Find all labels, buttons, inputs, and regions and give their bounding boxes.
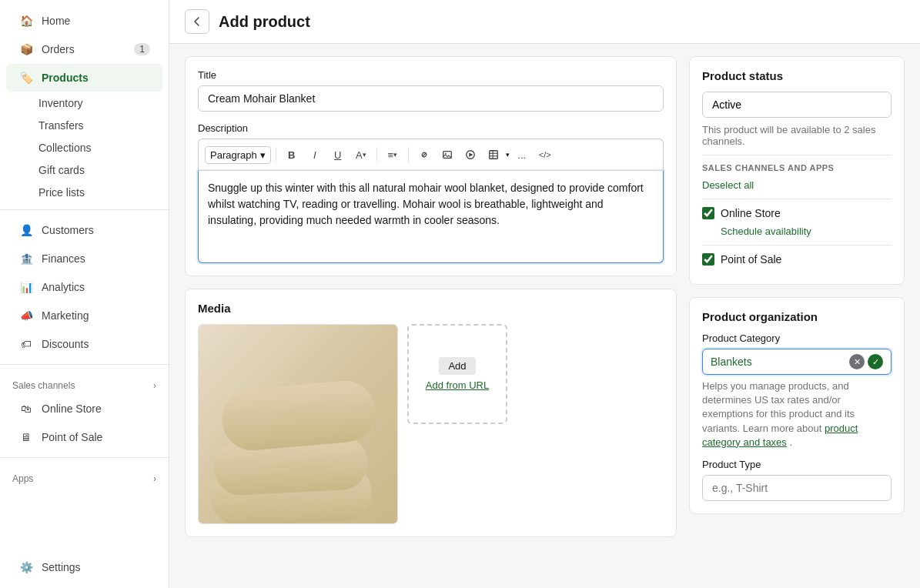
toolbar-separator-3	[408, 147, 409, 162]
back-button[interactable]	[185, 9, 209, 34]
page-title: Add product	[219, 13, 310, 31]
title-input[interactable]	[198, 85, 664, 112]
more-button[interactable]: ...	[511, 144, 533, 165]
settings-icon: ⚙️	[18, 560, 34, 575]
sidebar-item-discounts[interactable]: 🏷 Discounts	[6, 330, 162, 358]
sidebar-analytics-label: Analytics	[42, 281, 85, 293]
table-icon	[488, 149, 499, 160]
video-icon	[465, 149, 476, 160]
apps-label: Apps	[12, 473, 33, 484]
sidebar-inventory-label: Inventory	[38, 97, 83, 109]
orders-badge: 1	[134, 43, 150, 55]
sidebar-customers-label: Customers	[42, 224, 94, 236]
deselect-all-link[interactable]: Deselect all	[702, 179, 754, 191]
paragraph-dropdown-icon: ▾	[260, 149, 266, 161]
sidebar-item-online-store[interactable]: 🛍 Online Store	[6, 395, 162, 423]
image-icon	[442, 149, 453, 160]
sidebar-marketing-label: Marketing	[42, 309, 89, 322]
apps-expand-icon[interactable]: ›	[153, 473, 156, 484]
marketing-icon: 📣	[18, 308, 34, 323]
image-button[interactable]	[437, 144, 458, 165]
bold-button[interactable]: B	[281, 144, 303, 165]
sidebar-item-orders[interactable]: 📦 Orders 1	[6, 35, 162, 63]
sidebar-item-point-of-sale[interactable]: 🖥 Point of Sale	[6, 423, 162, 451]
analytics-icon: 📊	[18, 279, 34, 295]
sidebar-collections-label: Collections	[38, 142, 91, 154]
media-card: Media Add Add from URL	[185, 289, 677, 537]
status-select[interactable]: Active Draft	[702, 92, 892, 118]
add-from-url-button[interactable]: Add from URL	[426, 379, 489, 391]
apps-section: Apps ›	[0, 464, 169, 487]
status-select-wrapper: Active Draft	[702, 92, 892, 118]
toolbar-separator-1	[276, 147, 276, 162]
online-store-checkbox[interactable]	[702, 207, 714, 219]
sales-channels-section: Sales channels ›	[0, 371, 169, 394]
sidebar-item-marketing[interactable]: 📣 Marketing	[6, 302, 162, 329]
customers-icon: 👤	[18, 222, 34, 238]
align-button[interactable]: ≡▾	[382, 144, 403, 165]
text-color-button[interactable]: A▾	[350, 144, 372, 165]
video-button[interactable]	[460, 144, 481, 165]
sidebar-discounts-label: Discounts	[42, 338, 89, 350]
sidebar-item-settings[interactable]: ⚙️ Settings	[6, 553, 162, 581]
status-divider	[702, 155, 892, 155]
editor-toolbar: Paragraph ▾ B I U A▾ ≡▾	[198, 139, 664, 171]
description-editor[interactable]: Snuggle up this winter with this all nat…	[198, 171, 664, 263]
product-organization-title: Product organization	[702, 310, 892, 323]
sidebar-item-analytics[interactable]: 📊 Analytics	[6, 273, 162, 301]
media-image-box[interactable]	[198, 324, 398, 524]
category-clear-button[interactable]: ✕	[849, 354, 865, 369]
sidebar-item-customers[interactable]: 👤 Customers	[6, 216, 162, 244]
sidebar-item-giftcards[interactable]: Gift cards	[6, 159, 162, 181]
sidebar-item-finances[interactable]: 🏦 Finances	[6, 245, 162, 272]
sidebar-item-collections[interactable]: Collections	[6, 137, 162, 159]
media-add-box[interactable]: Add Add from URL	[407, 324, 507, 424]
sidebar-item-home[interactable]: 🏠 Home	[6, 7, 162, 35]
main-content: Add product Title Description Paragraph …	[169, 0, 920, 588]
online-store-label: Online Store	[721, 207, 781, 219]
category-input[interactable]	[711, 356, 849, 368]
sidebar-item-inventory[interactable]: Inventory	[6, 92, 162, 114]
link-icon	[419, 149, 430, 160]
point-of-sale-checkbox[interactable]	[702, 253, 714, 266]
media-grid: Add Add from URL	[198, 324, 664, 524]
product-type-input[interactable]	[702, 475, 892, 501]
category-input-wrapper: ✕ ✓	[702, 349, 892, 375]
schedule-availability-link[interactable]: Schedule availability	[721, 226, 892, 237]
title-label: Title	[198, 69, 664, 81]
content-area: Title Description Paragraph ▾ B I U	[169, 44, 920, 550]
pos-divider	[702, 245, 892, 246]
product-organization-card: Product organization Product Category ✕ …	[689, 297, 905, 514]
sidebar-products-label: Products	[42, 72, 89, 84]
sidebar: 🏠 Home 📦 Orders 1 🏷️ Products Inventory …	[0, 0, 169, 588]
main-column: Title Description Paragraph ▾ B I U	[185, 56, 677, 537]
italic-button[interactable]: I	[304, 144, 326, 165]
blanket-image	[199, 325, 397, 523]
sidebar-item-pricelists[interactable]: Price lists	[6, 182, 162, 203]
category-confirm-button[interactable]: ✓	[868, 354, 883, 369]
add-media-button[interactable]: Add	[439, 357, 475, 375]
paragraph-select[interactable]: Paragraph ▾	[205, 146, 271, 164]
sidebar-online-store-label: Online Store	[42, 403, 102, 415]
online-store-icon: 🛍	[18, 401, 34, 416]
link-button[interactable]	[413, 144, 435, 165]
point-of-sale-icon: 🖥	[18, 429, 34, 445]
finances-icon: 🏦	[18, 251, 34, 266]
category-hint-end: .	[789, 436, 792, 448]
sidebar-item-products[interactable]: 🏷️ Products	[6, 64, 162, 92]
sidebar-item-transfers[interactable]: Transfers	[6, 115, 162, 136]
table-button[interactable]	[483, 144, 504, 165]
discounts-icon: 🏷	[18, 336, 34, 352]
point-of-sale-row: Point of Sale	[702, 253, 892, 266]
media-title: Media	[198, 302, 664, 315]
code-button[interactable]: </>	[534, 144, 556, 165]
sidebar-orders-label: Orders	[42, 43, 75, 55]
underline-button[interactable]: U	[327, 144, 349, 165]
sales-channels-expand-icon[interactable]: ›	[153, 380, 156, 391]
status-hint: This product will be available to 2 sale…	[702, 124, 892, 147]
sales-channels-title: SALES CHANNELS AND APPS	[702, 163, 892, 172]
sidebar-bottom: ⚙️ Settings	[0, 546, 169, 588]
category-hint: Helps you manage products, and determine…	[702, 379, 892, 449]
category-label: Product Category	[702, 332, 892, 344]
svg-point-1	[445, 153, 447, 155]
